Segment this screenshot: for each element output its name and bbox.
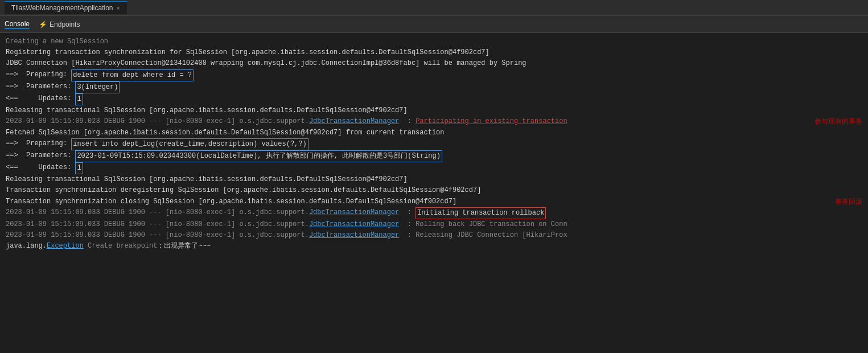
endpoints-tab[interactable]: ⚡ Endpoints	[39, 20, 80, 28]
app-title: TliasWebManagementApplication	[11, 4, 113, 12]
app-tab[interactable]: TliasWebManagementApplication ×	[5, 1, 127, 14]
log-code: 1	[75, 93, 83, 105]
log-code: delete from dept where id = ?	[71, 69, 194, 81]
log-text: Transaction synchronization deregisterin…	[6, 185, 481, 196]
log-code: 1	[75, 162, 83, 174]
exception-prefix: java.lang.	[6, 241, 47, 252]
log-text: Registering transaction synchronization …	[6, 47, 489, 58]
log-prefix: <== Updates:	[6, 162, 75, 173]
log-line-jdbc: JDBC Connection [HikariProxyConnection@2…	[6, 58, 862, 69]
exception-colon: ：	[157, 241, 164, 252]
log-debug-prefix: 2023-01-09 15:15:09.023 DEBUG 1900 --- […	[6, 116, 309, 127]
endpoints-icon: ⚡	[39, 20, 47, 28]
log-line-deregistering: Transaction synchronization deregisterin…	[6, 185, 862, 196]
log-line-updates-1: <== Updates: 1	[6, 93, 862, 105]
log-debug-prefix: 2023-01-09 15:15:09.033 DEBUG 1900 --- […	[6, 207, 309, 218]
exception-link[interactable]: Exception	[47, 241, 84, 252]
log-line-closing: Transaction synchronization closing SqlS…	[6, 196, 862, 207]
log-prefix: ==> Preparing:	[6, 138, 71, 149]
log-text: Releasing transactional SqlSession [org.…	[6, 174, 408, 185]
toolbar: Console ⚡ Endpoints	[0, 16, 868, 33]
close-tab-button[interactable]: ×	[117, 5, 120, 11]
log-line-parameters-2: ==> Parameters: 2023-01-09T15:15:09.0234…	[6, 150, 862, 162]
log-line-preparing-delete: ==> Preparing: delete from dept where id…	[6, 69, 862, 81]
log-colon: : Releasing JDBC Connection [HikariProx	[399, 230, 567, 241]
log-colon: :	[399, 207, 416, 218]
create-breakpoint[interactable]: Create breakpoint	[84, 241, 158, 252]
log-text: Releasing transactional SqlSession [org.…	[6, 105, 408, 116]
endpoints-tab-label: Endpoints	[50, 20, 80, 28]
log-line-participating: 2023-01-09 15:15:09.023 DEBUG 1900 --- […	[6, 116, 862, 127]
log-line-releasing-1: Releasing transactional SqlSession [org.…	[6, 105, 862, 116]
log-line-updates-2: <== Updates: 1	[6, 162, 862, 174]
log-code: 2023-01-09T15:15:09.023443300(LocalDateT…	[75, 150, 442, 162]
log-manager-link-2[interactable]: JdbcTransactionManager	[309, 207, 399, 218]
log-prefix: ==> Parameters:	[6, 150, 75, 161]
log-prefix: ==> Preparing:	[6, 69, 71, 80]
log-line-parameters-1: ==> Parameters: 3(Integer)	[6, 81, 862, 93]
log-line-releasing-jdbc: 2023-01-09 15:15:09.033 DEBUG 1900 --- […	[6, 230, 862, 241]
log-text: JDBC Connection [HikariProxyConnection@2…	[6, 58, 526, 69]
log-rollback-text: Initiating transaction rollback	[416, 207, 546, 219]
log-line-releasing-2: Releasing transactional SqlSession [org.…	[6, 174, 862, 185]
console-tab-label: Console	[5, 20, 30, 28]
log-line-rolling-back: 2023-01-09 15:15:09.033 DEBUG 1900 --- […	[6, 219, 862, 230]
annotation-participating: 参与现有的事务	[814, 116, 862, 127]
log-line-creating: Creating a new SqlSession	[6, 36, 862, 47]
log-text: Transaction synchronization closing SqlS…	[6, 196, 456, 207]
log-debug-text: 2023-01-09 15:15:09.033 DEBUG 1900 --- […	[6, 219, 309, 230]
annotation-rollback-label: 事务回滚	[835, 196, 862, 207]
log-line-registering: Registering transaction synchronization …	[6, 47, 862, 58]
exception-message: 出现异常了~~~	[164, 241, 211, 252]
log-code: insert into dept_log(create_time,descrip…	[71, 138, 308, 150]
console-output: Creating a new SqlSession Registering tr…	[0, 33, 868, 352]
console-tab[interactable]: Console	[5, 20, 30, 29]
log-prefix: ==> Parameters:	[6, 81, 75, 92]
log-prefix: <== Updates:	[6, 93, 75, 104]
log-code: 3(Integer)	[75, 81, 120, 93]
log-participating: Participating in existing transaction	[416, 116, 567, 127]
log-manager-link[interactable]: JdbcTransactionManager	[309, 116, 399, 127]
log-text: Fetched SqlSession [org.apache.ibatis.se…	[6, 128, 445, 138]
log-colon: :	[399, 116, 416, 127]
log-line-fetched: Fetched SqlSession [org.apache.ibatis.se…	[6, 128, 862, 138]
log-line-rollback: 2023-01-09 15:15:09.033 DEBUG 1900 --- […	[6, 207, 862, 219]
log-manager-link-3[interactable]: JdbcTransactionManager	[309, 219, 399, 230]
log-line-preparing-insert: ==> Preparing: insert into dept_log(crea…	[6, 138, 862, 150]
log-manager-link-4[interactable]: JdbcTransactionManager	[309, 230, 399, 241]
log-text: Creating a new SqlSession	[6, 36, 108, 47]
log-line-exception: java.lang.Exception Create breakpoint：出现…	[6, 241, 862, 252]
log-colon: : Rolling back JDBC transaction on Conn	[399, 219, 567, 230]
log-debug-text: 2023-01-09 15:15:09.033 DEBUG 1900 --- […	[6, 230, 309, 241]
title-bar: TliasWebManagementApplication ×	[0, 0, 868, 16]
